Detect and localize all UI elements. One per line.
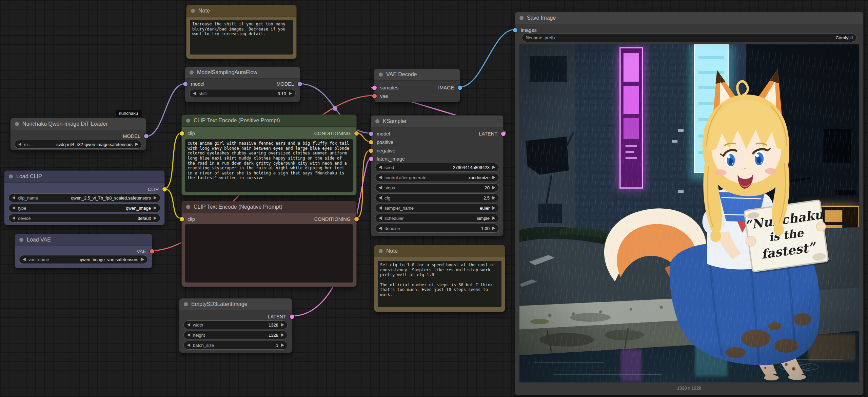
collapse-dot-icon[interactable] (186, 119, 190, 123)
node-clip-text-encode-positive[interactable]: CLIP Text Encode (Positive Prompt) clip … (181, 114, 357, 195)
node-note-cfg[interactable]: Note Set cfg to 1.0 for a speed boost at… (374, 245, 505, 312)
output-port-model[interactable] (298, 82, 302, 86)
input-port-negative[interactable] (369, 148, 373, 153)
increment-arrow-icon[interactable] (492, 196, 495, 200)
widget-height[interactable]: height 1328 (183, 331, 288, 339)
node-header[interactable]: Note (186, 5, 296, 17)
node-model-sampling-auraflow[interactable]: ModelSamplingAuraFlow model MODEL shift … (185, 66, 300, 102)
decrement-arrow-icon[interactable] (187, 323, 190, 327)
node-load-vae[interactable]: Load VAE VAE vae_name qwen_image_vae.saf… (15, 234, 152, 268)
image-preview[interactable]: “Nunchaku is the fastest” (519, 44, 859, 382)
decrement-arrow-icon[interactable] (12, 196, 15, 200)
decrement-arrow-icon[interactable] (379, 206, 382, 210)
node-header[interactable]: Note (374, 245, 505, 257)
collapse-dot-icon[interactable] (375, 119, 379, 123)
widget-sampler-name[interactable]: sampler_name euler (375, 204, 499, 212)
output-port-latent[interactable] (290, 314, 294, 319)
widget-control-after-generate[interactable]: control after generate randomize (375, 173, 499, 182)
node-header[interactable]: EmptySD3LatentImage (179, 298, 292, 310)
node-save-image[interactable]: Save Image images filename_prefix ComfyU… (515, 12, 864, 395)
collapse-dot-icon[interactable] (19, 238, 23, 242)
node-header[interactable]: ModelSamplingAuraFlow (185, 67, 300, 79)
positive-prompt-textarea[interactable]: cute anime girl with massive fennec ears… (185, 139, 353, 192)
increment-arrow-icon[interactable] (154, 206, 157, 210)
decrement-arrow-icon[interactable] (379, 216, 382, 220)
node-header[interactable]: Load VAE (15, 234, 152, 246)
link-midpoint-dot[interactable] (333, 106, 337, 111)
collapse-dot-icon[interactable] (379, 72, 383, 77)
widget-cfg[interactable]: cfg 2.5 (375, 193, 499, 202)
input-port-clip[interactable] (180, 131, 184, 135)
node-note-shift[interactable]: Note Increase the shift if you get too m… (186, 5, 297, 59)
decrement-arrow-icon[interactable] (12, 216, 15, 220)
node-header[interactable]: Save Image (515, 12, 863, 24)
node-header[interactable]: CLIP Text Encode (Positive Prompt) (182, 115, 356, 127)
output-port-vae[interactable] (150, 249, 154, 253)
collapse-dot-icon[interactable] (519, 16, 524, 20)
negative-prompt-textarea[interactable] (185, 224, 353, 283)
widget-vae-name[interactable]: vae_name qwen_image_vae.safetensors (19, 255, 148, 264)
node-header[interactable]: CLIP Text Encode (Negative Prompt) (182, 201, 356, 213)
output-port-latent[interactable] (501, 131, 506, 136)
widget-type[interactable]: type qwen_image (8, 204, 160, 212)
collapse-dot-icon[interactable] (191, 9, 195, 13)
collapse-dot-icon[interactable] (9, 174, 13, 179)
decrement-arrow-icon[interactable] (379, 196, 382, 200)
decrement-arrow-icon[interactable] (379, 176, 382, 179)
decrement-arrow-icon[interactable] (18, 143, 21, 146)
output-port-conditioning[interactable] (354, 217, 359, 221)
decrement-arrow-icon[interactable] (379, 186, 382, 189)
input-port-samples[interactable] (372, 85, 377, 90)
widget-steps[interactable]: steps 20 (375, 183, 499, 192)
node-header[interactable]: KSampler (371, 116, 503, 127)
increment-arrow-icon[interactable] (154, 216, 157, 220)
input-port-latent-image[interactable] (369, 156, 373, 161)
output-port-conditioning[interactable] (354, 131, 359, 135)
note-textarea[interactable]: Set cfg to 1.0 for a speed boost at the … (378, 261, 501, 307)
decrement-arrow-icon[interactable] (187, 333, 190, 337)
increment-arrow-icon[interactable] (289, 92, 292, 95)
widget-scheduler[interactable]: scheduler simple (375, 214, 499, 223)
decrement-arrow-icon[interactable] (379, 227, 382, 230)
collapse-dot-icon[interactable] (186, 205, 190, 209)
input-port-model[interactable] (183, 82, 188, 86)
increment-arrow-icon[interactable] (492, 227, 495, 230)
output-port-model[interactable] (144, 134, 149, 138)
widget-seed[interactable]: seed 279044145809423 (375, 163, 499, 172)
node-header[interactable]: VAE Decode (374, 69, 460, 81)
increment-arrow-icon[interactable] (492, 166, 495, 169)
node-ksampler[interactable]: KSampler model LATENT positive negative … (371, 115, 504, 236)
increment-arrow-icon[interactable] (492, 186, 495, 189)
input-port-positive[interactable] (369, 140, 373, 144)
input-port-clip[interactable] (180, 217, 184, 221)
increment-arrow-icon[interactable] (281, 333, 284, 337)
collapse-dot-icon[interactable] (15, 122, 19, 126)
widget-shift[interactable]: shift 3.10 (189, 89, 296, 98)
node-clip-text-encode-negative[interactable]: CLIP Text Encode (Negative Prompt) clip … (181, 201, 357, 287)
decrement-arrow-icon[interactable] (12, 206, 15, 210)
widget-batch-size[interactable]: batch_size 1 (183, 341, 288, 350)
node-vae-decode[interactable]: VAE Decode samples IMAGE vae (374, 68, 460, 102)
node-empty-sd3-latent-image[interactable]: EmptySD3LatentImage LATENT width 1328 he… (179, 298, 292, 353)
increment-arrow-icon[interactable] (135, 143, 138, 146)
node-graph-canvas[interactable]: Note Increase the shift if you get too m… (0, 0, 868, 397)
increment-arrow-icon[interactable] (492, 216, 495, 220)
input-port-vae[interactable] (372, 94, 377, 98)
input-port-images[interactable] (513, 28, 517, 32)
widget-width[interactable]: width 1328 (183, 320, 288, 329)
widget-filename-prefix[interactable]: filename_prefix ComfyUI (522, 33, 856, 42)
widget-model-name[interactable]: m ... svdq-int4_r32-qwen-image.safetenso… (15, 140, 142, 149)
note-textarea[interactable]: Increase the shift if you get too many b… (190, 20, 293, 55)
node-header[interactable]: Nunchaku Qwen-Image DiT Loader (11, 118, 146, 130)
increment-arrow-icon[interactable] (281, 323, 284, 327)
collapse-dot-icon[interactable] (190, 70, 194, 75)
node-header[interactable]: Load CLIP (4, 171, 164, 183)
node-load-clip[interactable]: Load CLIP CLIP clip_name qwen_2.5_vl_7b_… (4, 170, 165, 225)
increment-arrow-icon[interactable] (492, 206, 495, 210)
output-port-image[interactable] (458, 85, 462, 90)
collapse-dot-icon[interactable] (379, 249, 383, 253)
widget-denoise[interactable]: denoise 1.00 (375, 224, 499, 233)
increment-arrow-icon[interactable] (281, 343, 284, 347)
decrement-arrow-icon[interactable] (187, 343, 190, 347)
decrement-arrow-icon[interactable] (193, 92, 196, 95)
